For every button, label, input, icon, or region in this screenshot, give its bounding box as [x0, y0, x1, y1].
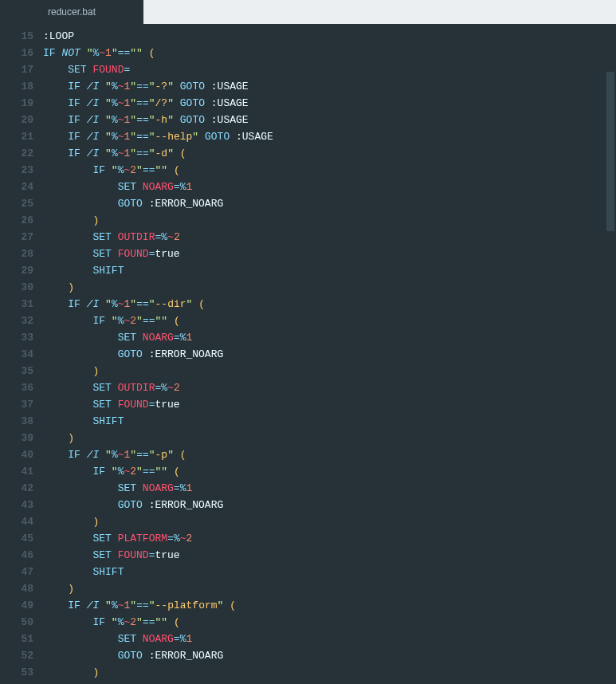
token-kw: IF: [68, 147, 80, 159]
file-tab[interactable]: reducer.bat: [0, 0, 143, 24]
line-number: 51: [0, 631, 33, 647]
code-line[interactable]: IF NOT "%~1"=="" (: [43, 45, 616, 61]
code-line[interactable]: SET NOARG=%1: [43, 631, 616, 647]
code-line[interactable]: ): [43, 664, 616, 681]
line-number: 49: [0, 597, 33, 614]
code-line[interactable]: IF /I "%~1"=="--dir" (: [43, 296, 616, 313]
tab-empty-area[interactable]: [143, 0, 616, 24]
line-number: 50: [0, 614, 33, 631]
token-str: ": [112, 315, 118, 327]
token-str: ": [149, 449, 155, 461]
token-kw: GOTO: [180, 97, 205, 109]
token-kwem: /I: [87, 131, 100, 143]
code-line[interactable]: IF "%~2"=="" (: [43, 313, 616, 329]
code-line[interactable]: ): [43, 580, 616, 597]
token-flag: -d: [155, 147, 168, 159]
token-num: 2: [130, 315, 136, 327]
code-line[interactable]: IF /I "%~1"=="/?" GOTO :USAGE: [43, 95, 616, 112]
scrollbar-thumb[interactable]: [606, 72, 614, 231]
code-line[interactable]: GOTO :ERROR_NOARG: [43, 346, 616, 363]
code-line[interactable]: GOTO :ERROR_NOARG: [43, 497, 616, 513]
token-tilde: ~: [167, 382, 174, 394]
token-kw: SHIFT: [92, 415, 124, 427]
code-line[interactable]: ): [43, 279, 616, 296]
line-number: 30: [0, 279, 33, 296]
token-str: ": [130, 599, 136, 611]
line-number: 42: [0, 480, 33, 497]
code-line[interactable]: SET OUTDIR=%~2: [43, 229, 616, 246]
line-number: 18: [0, 78, 33, 95]
code-line[interactable]: SHIFT: [43, 413, 616, 430]
code-line[interactable]: SET FOUND=: [43, 61, 616, 78]
code-line[interactable]: SET FOUND=true: [43, 396, 616, 413]
token-kw: SET: [92, 248, 111, 260]
code-line[interactable]: GOTO :ERROR_NOARG: [43, 647, 616, 664]
token-str: ": [130, 114, 136, 126]
token-tilde: ~: [118, 449, 124, 461]
token-pct: %: [112, 114, 118, 126]
token-oper: =: [174, 482, 180, 494]
code-area[interactable]: :LOOPIF NOT "%~1"=="" ( SET FOUND= IF /I…: [40, 24, 616, 684]
line-number: 48: [0, 580, 33, 597]
token-tilde: ~: [118, 298, 124, 310]
code-line[interactable]: SHIFT: [43, 564, 616, 580]
code-line[interactable]: SET FOUND=true: [43, 246, 616, 262]
token-kw: GOTO: [205, 131, 230, 143]
token-str: ": [105, 97, 112, 109]
line-number: 34: [0, 346, 33, 363]
code-line[interactable]: IF /I "%~1"=="-d" (: [43, 145, 616, 162]
code-line[interactable]: SET PLATFORM=%~2: [43, 530, 616, 547]
token-kw: IF: [43, 47, 56, 59]
token-str: ": [105, 147, 112, 159]
code-line[interactable]: ): [43, 363, 616, 379]
token-tilde: ~: [99, 47, 105, 59]
token-var: NOARG: [143, 181, 174, 193]
token-flag: (: [180, 147, 186, 159]
token-var: FOUND: [118, 549, 149, 561]
line-number: 39: [0, 430, 33, 446]
token-oper: ==: [136, 97, 149, 109]
token-var: PLATFORM: [118, 533, 167, 544]
token-str: "": [155, 466, 168, 478]
token-str: ": [105, 131, 112, 143]
code-line[interactable]: :LOOP: [43, 28, 616, 45]
code-line[interactable]: IF /I "%~1"=="--platform" (: [43, 597, 616, 614]
line-number: 40: [0, 446, 33, 463]
code-line[interactable]: SET NOARG=%1: [43, 329, 616, 346]
code-line[interactable]: ): [43, 212, 616, 229]
line-number: 41: [0, 463, 33, 480]
code-line[interactable]: ): [43, 513, 616, 530]
token-var: FOUND: [92, 64, 124, 76]
token-tilde: ~: [118, 131, 124, 143]
code-line[interactable]: IF /I "%~1"=="-?" GOTO :USAGE: [43, 78, 616, 95]
line-number: 15: [0, 28, 33, 45]
code-line[interactable]: IF /I "%~1"=="-p" (: [43, 446, 616, 463]
token-tilde: ~: [118, 114, 124, 126]
code-line[interactable]: SET FOUND=true: [43, 547, 616, 564]
token-str: "": [130, 47, 143, 59]
code-line[interactable]: IF "%~2"=="" (: [43, 463, 616, 480]
token-var: NOARG: [143, 482, 174, 494]
code-line[interactable]: SET OUTDIR=%~2: [43, 379, 616, 396]
token-var: OUTDIR: [118, 382, 155, 394]
code-line[interactable]: SET NOARG=%1: [43, 179, 616, 195]
token-flag: (: [198, 298, 205, 310]
token-white: true: [155, 248, 179, 260]
token-kw: GOTO: [180, 81, 205, 92]
code-line[interactable]: IF "%~2"=="" (: [43, 162, 616, 179]
code-line[interactable]: IF /I "%~1"=="-h" GOTO :USAGE: [43, 112, 616, 128]
code-line[interactable]: IF /I "%~1"=="--help" GOTO :USAGE: [43, 128, 616, 145]
token-flag: --help: [155, 131, 193, 143]
code-line[interactable]: ): [43, 430, 616, 446]
code-editor[interactable]: 1516171819202122232425262728293031323334…: [0, 24, 616, 684]
code-line[interactable]: GOTO :ERROR_NOARG: [43, 195, 616, 212]
code-line[interactable]: SHIFT: [43, 262, 616, 279]
token-num: 2: [130, 164, 136, 176]
code-line[interactable]: IF "%~2"=="" (: [43, 614, 616, 631]
token-flag: ): [92, 365, 99, 377]
token-num: 1: [105, 47, 112, 59]
token-oper: ==: [136, 131, 149, 143]
code-line[interactable]: SET NOARG=%1: [43, 480, 616, 497]
scrollbar-track[interactable]: [605, 24, 616, 684]
line-number: 28: [0, 246, 33, 262]
